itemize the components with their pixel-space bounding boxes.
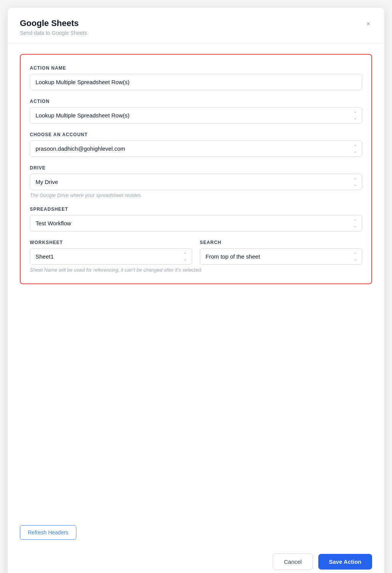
worksheet-select-wrapper: Sheet1 (30, 248, 192, 265)
search-label: SEARCH (200, 240, 362, 245)
modal-container: Google Sheets Send data to Google Sheets… (8, 8, 384, 573)
drive-select[interactable]: My Drive (30, 174, 362, 190)
action-name-label: ACTION NAME (30, 65, 362, 71)
worksheet-label: WORKSHEET (30, 240, 192, 245)
modal-body: ACTION NAME ACTION Lookup Multiple Sprea… (8, 43, 384, 525)
spreadsheet-select-wrapper: Test Workflow (30, 215, 362, 231)
worksheet-select[interactable]: Sheet1 (30, 248, 192, 265)
action-name-field-group: ACTION NAME (30, 65, 362, 90)
modal-header: Google Sheets Send data to Google Sheets… (8, 8, 384, 43)
refresh-section: Refresh Headers (8, 525, 384, 546)
spreadsheet-select[interactable]: Test Workflow (30, 215, 362, 231)
drive-label: DRIVE (30, 165, 362, 171)
search-col: SEARCH From top of the sheet (200, 240, 362, 265)
form-section: ACTION NAME ACTION Lookup Multiple Sprea… (20, 54, 372, 284)
account-select[interactable]: prasoon.dadhich@gohighlevel.com (30, 140, 362, 157)
account-select-wrapper: prasoon.dadhich@gohighlevel.com (30, 140, 362, 157)
worksheet-col: WORKSHEET Sheet1 (30, 240, 192, 265)
two-col-layout: WORKSHEET Sheet1 SEARCH From top of the … (30, 240, 362, 265)
modal-subtitle: Send data to Google Sheets (20, 30, 372, 36)
action-name-input[interactable] (30, 74, 362, 90)
action-field-group: ACTION Lookup Multiple Spreadsheet Row(s… (30, 99, 362, 124)
search-select[interactable]: From top of the sheet (200, 248, 362, 265)
spreadsheet-label: SPREADSHEET (30, 207, 362, 212)
close-button[interactable]: × (364, 18, 372, 29)
modal-title: Google Sheets (20, 18, 372, 28)
action-label: ACTION (30, 99, 362, 104)
account-field-group: CHOOSE AN ACCOUNT prasoon.dadhich@gohigh… (30, 132, 362, 157)
worksheet-hint: Sheet Name will be used for referencing,… (30, 267, 362, 273)
drive-field-group: DRIVE My Drive The Google Drive where yo… (30, 165, 362, 198)
modal-footer: Cancel Save Action (8, 546, 384, 573)
worksheet-search-field-group: WORKSHEET Sheet1 SEARCH From top of the … (30, 240, 362, 273)
search-select-wrapper: From top of the sheet (200, 248, 362, 265)
refresh-headers-button[interactable]: Refresh Headers (20, 525, 76, 540)
cancel-button[interactable]: Cancel (273, 553, 313, 570)
save-action-button[interactable]: Save Action (318, 554, 372, 570)
drive-select-wrapper: My Drive (30, 174, 362, 190)
spreadsheet-field-group: SPREADSHEET Test Workflow (30, 207, 362, 231)
drive-hint: The Google Drive where your spreadsheet … (30, 192, 362, 198)
account-label: CHOOSE AN ACCOUNT (30, 132, 362, 137)
action-select[interactable]: Lookup Multiple Spreadsheet Row(s) (30, 107, 362, 124)
action-select-wrapper: Lookup Multiple Spreadsheet Row(s) (30, 107, 362, 124)
